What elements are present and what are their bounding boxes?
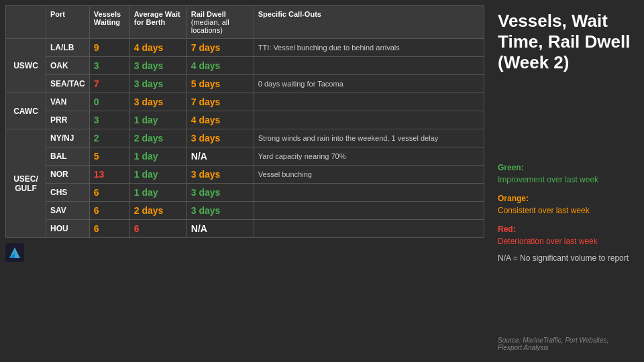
port-sav: SAV (46, 202, 90, 220)
vessels-hou: 6 (89, 220, 129, 238)
vessels-chs: 6 (89, 184, 129, 202)
callout-oak (254, 57, 484, 75)
vessels-van: 0 (89, 93, 129, 111)
vessels-lalb: 9 (89, 39, 129, 57)
page-title: Vessels, Wait Time, Rail Dwell (Week 2) (498, 11, 633, 74)
header-vessels: Vessels Waiting (89, 6, 129, 39)
callout-nynj: Strong winds and rain into the weekend, … (254, 129, 484, 147)
dwell-lalb: 7 days (186, 39, 254, 57)
wait-hou: 6 (129, 220, 186, 238)
table-row: USEC/GULF NY/NJ 2 2 days 3 days Strong w… (6, 129, 484, 147)
port-bal: BAL (46, 147, 90, 166)
legend-na: N/A = No significant volume to report (498, 253, 633, 263)
port-seatac: SEA/TAC (46, 75, 90, 93)
dwell-hou: N/A (186, 220, 254, 238)
table-row: PRR 3 1 day 4 days (6, 111, 484, 129)
table-row: BAL 5 1 day N/A Yard capacity nearing 70… (6, 147, 484, 166)
callout-sav (254, 202, 484, 220)
legend-green-label: Green: (498, 163, 524, 172)
region-usec-gulf: USEC/GULF (6, 129, 46, 238)
wait-lalb: 4 days (129, 39, 186, 57)
port-nynj: NY/NJ (46, 129, 90, 147)
source-text: Source: MarineTraffic, Port Websites, Fl… (498, 337, 633, 351)
wait-chs: 1 day (129, 184, 186, 202)
legend-orange-desc: Consistent over last week (498, 206, 590, 215)
vessels-sav: 6 (89, 202, 129, 220)
callout-van (254, 93, 484, 111)
vessels-bal: 5 (89, 147, 129, 166)
vessels-oak: 3 (89, 57, 129, 75)
port-oak: OAK (46, 57, 90, 75)
header-port: Port (46, 6, 90, 39)
legend: Green: Improvement over last week Orange… (498, 161, 633, 263)
header-rail-dwell: Rail Dwell (median, all locations) (186, 6, 254, 39)
legend-red-label: Red: (498, 225, 516, 234)
wait-prr: 1 day (129, 111, 186, 129)
wait-nor: 1 day (129, 166, 186, 184)
legend-red-desc: Deterioration over last week (498, 237, 598, 246)
wait-oak: 3 days (129, 57, 186, 75)
legend-orange-label: Orange: (498, 194, 529, 203)
dwell-nynj: 3 days (186, 129, 254, 147)
vessels-nor: 13 (89, 166, 129, 184)
legend-green-desc: Improvement over last week (498, 175, 598, 184)
dwell-oak: 4 days (186, 57, 254, 75)
dwell-van: 7 days (186, 93, 254, 111)
dwell-nor: 3 days (186, 166, 254, 184)
port-nor: NOR (46, 166, 90, 184)
header-region (6, 6, 46, 39)
wait-nynj: 2 days (129, 129, 186, 147)
vessels-seatac: 7 (89, 75, 129, 93)
dwell-prr: 4 days (186, 111, 254, 129)
info-section: Vessels, Wait Time, Rail Dwell (Week 2) … (490, 0, 644, 362)
wait-van: 3 days (129, 93, 186, 111)
table-row: SAV 6 2 days 3 days (6, 202, 484, 220)
table-row: CHS 6 1 day 3 days (6, 184, 484, 202)
wait-sav: 2 days (129, 202, 186, 220)
callout-seatac: 0 days waiting for Tacoma (254, 75, 484, 93)
callout-hou (254, 220, 484, 238)
table-row: CAWC VAN 0 3 days 7 days (6, 93, 484, 111)
dwell-chs: 3 days (186, 184, 254, 202)
header-avg-wait: Average Wait for Berth (129, 6, 186, 39)
logo-area (5, 243, 484, 265)
vessels-nynj: 2 (89, 129, 129, 147)
region-uswc: USWC (6, 39, 46, 93)
table-row: OAK 3 3 days 4 days (6, 57, 484, 75)
table-row: HOU 6 6 N/A (6, 220, 484, 238)
dwell-bal: N/A (186, 147, 254, 166)
wait-bal: 1 day (129, 147, 186, 166)
header-callouts: Specific Call-Outs (254, 6, 484, 39)
port-chs: CHS (46, 184, 90, 202)
dwell-sav: 3 days (186, 202, 254, 220)
callout-chs (254, 184, 484, 202)
region-cawc: CAWC (6, 93, 46, 129)
callout-prr (254, 111, 484, 129)
port-prr: PRR (46, 111, 90, 129)
dwell-seatac: 5 days (186, 75, 254, 93)
table-row: NOR 13 1 day 3 days Vessel bunching (6, 166, 484, 184)
table-row: USWC LA/LB 9 4 days 7 days TTI: Vessel b… (6, 39, 484, 57)
table-section: Port Vessels Waiting Average Wait for Be… (0, 0, 490, 362)
main-table: Port Vessels Waiting Average Wait for Be… (5, 5, 484, 238)
legend-green: Green: Improvement over last week (498, 161, 633, 185)
legend-orange: Orange: Consistent over last week (498, 192, 633, 216)
wait-seatac: 3 days (129, 75, 186, 93)
callout-lalb: TTI: Vessel bunching due to behind arriv… (254, 39, 484, 57)
port-lalb: LA/LB (46, 39, 90, 57)
port-van: VAN (46, 93, 90, 111)
callout-bal: Yard capacity nearing 70% (254, 147, 484, 166)
flexport-logo-icon (5, 243, 24, 262)
callout-nor: Vessel bunching (254, 166, 484, 184)
port-hou: HOU (46, 220, 90, 238)
vessels-prr: 3 (89, 111, 129, 129)
legend-red: Red: Deterioration over last week (498, 223, 633, 247)
table-row: SEA/TAC 7 3 days 5 days 0 days waiting f… (6, 75, 484, 93)
